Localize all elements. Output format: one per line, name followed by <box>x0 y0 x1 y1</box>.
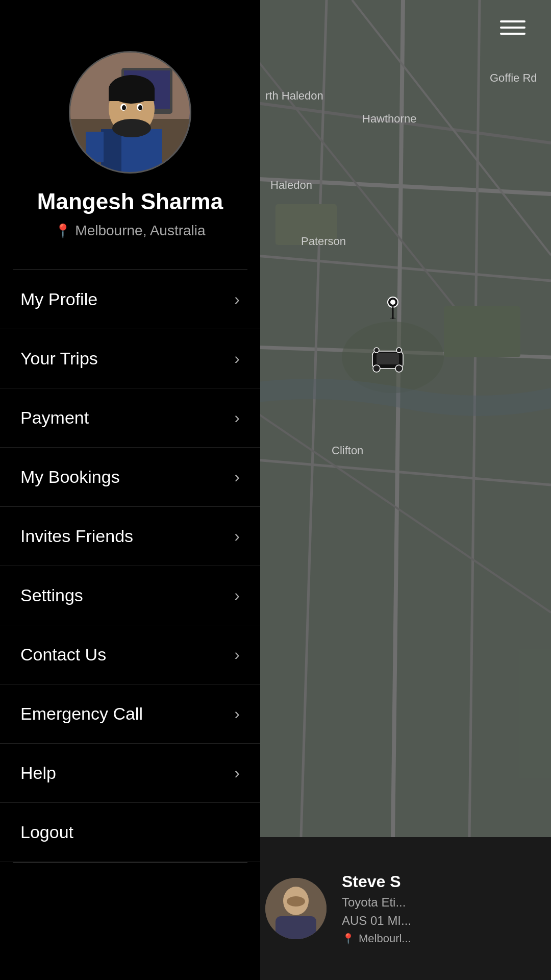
menu-label-your-trips: Your Trips <box>20 349 98 369</box>
driver-card: Steve S Toyota Eti... AUS 01 MI... 📍 Mel… <box>250 837 551 980</box>
svg-point-23 <box>374 348 379 353</box>
menu-item-emergency-call[interactable]: Emergency Call › <box>0 684 260 744</box>
location-pin-icon: 📍 <box>342 933 355 945</box>
svg-rect-34 <box>101 129 121 174</box>
user-avatar-image <box>70 53 190 172</box>
menu-item-contact-us[interactable]: Contact Us › <box>0 625 260 684</box>
map-label-paterson: Paterson <box>301 235 346 248</box>
menu-label-payment: Payment <box>20 408 89 428</box>
location-icon: 📍 <box>55 223 71 239</box>
hamburger-menu[interactable] <box>500 20 525 35</box>
svg-point-24 <box>396 348 402 353</box>
map-label-nth-haledon: rth Haledon <box>265 89 323 103</box>
map-label-clifton: Clifton <box>332 444 363 457</box>
sidebar-drawer: Mangesh Sharma 📍 Melbourne, Australia My… <box>0 0 260 980</box>
map-overlay <box>250 0 551 980</box>
user-avatar <box>69 51 191 174</box>
menu-label-settings: Settings <box>20 585 83 605</box>
menu-item-payment[interactable]: Payment › <box>0 388 260 448</box>
user-location: Melbourne, Australia <box>75 223 205 239</box>
svg-rect-37 <box>109 88 155 101</box>
user-location-row: 📍 Melbourne, Australia <box>55 223 205 239</box>
map-car-icon <box>367 347 408 373</box>
map-background: rth Haledon Hawthorne Haledon Paterson C… <box>250 0 551 980</box>
chevron-icon-invites-friends: › <box>234 527 240 546</box>
menu-label-my-bookings: My Bookings <box>20 467 120 487</box>
menu-item-your-trips[interactable]: Your Trips › <box>0 329 260 388</box>
chevron-icon-help: › <box>234 764 240 782</box>
menu-item-logout[interactable]: Logout <box>0 803 260 862</box>
driver-name: Steve S <box>342 872 536 891</box>
menu-label-contact-us: Contact Us <box>20 645 106 665</box>
map-label-goffie-rd: Goffie Rd <box>490 71 537 85</box>
menu-item-help[interactable]: Help › <box>0 744 260 803</box>
hamburger-line-3 <box>500 33 525 35</box>
hamburger-line-1 <box>500 20 525 22</box>
user-name: Mangesh Sharma <box>37 189 223 214</box>
menu-label-my-profile: My Profile <box>20 289 97 309</box>
chevron-icon-contact-us: › <box>234 645 240 664</box>
svg-rect-27 <box>276 916 316 939</box>
driver-avatar <box>265 878 327 939</box>
menu-item-invites-friends[interactable]: Invites Friends › <box>0 507 260 566</box>
chevron-icon-my-bookings: › <box>234 468 240 486</box>
chevron-icon-my-profile: › <box>234 290 240 309</box>
menu-label-logout: Logout <box>20 822 73 842</box>
svg-rect-20 <box>377 353 399 364</box>
map-location-pin <box>385 296 400 321</box>
chevron-icon-payment: › <box>234 408 240 427</box>
chevron-icon-your-trips: › <box>234 349 240 368</box>
svg-point-38 <box>112 119 151 137</box>
menu-item-my-bookings[interactable]: My Bookings › <box>0 448 260 507</box>
svg-point-28 <box>287 896 305 906</box>
chevron-icon-emergency-call: › <box>234 704 240 723</box>
driver-plate: AUS 01 MI... <box>342 914 536 928</box>
profile-section: Mangesh Sharma 📍 Melbourne, Australia <box>0 0 260 259</box>
driver-location: Melbourl... <box>359 932 411 945</box>
svg-point-42 <box>138 105 142 110</box>
menu-list: My Profile › Your Trips › Payment › My B… <box>0 270 260 980</box>
driver-info: Steve S Toyota Eti... AUS 01 MI... 📍 Mel… <box>342 872 536 945</box>
menu-label-emergency-call: Emergency Call <box>20 704 143 724</box>
svg-point-18 <box>390 317 396 319</box>
svg-point-16 <box>390 300 395 305</box>
svg-point-22 <box>395 365 403 372</box>
logout-divider <box>13 862 247 863</box>
map-label-hawthorne: Hawthorne <box>362 112 416 126</box>
menu-item-settings[interactable]: Settings › <box>0 566 260 625</box>
map-label-haledon: Haledon <box>270 179 312 192</box>
svg-rect-43 <box>86 132 104 162</box>
driver-location-row: 📍 Melbourl... <box>342 932 536 945</box>
driver-car: Toyota Eti... <box>342 895 536 910</box>
chevron-icon-settings: › <box>234 586 240 605</box>
hamburger-line-2 <box>500 27 525 29</box>
svg-point-41 <box>122 105 126 110</box>
menu-label-invites-friends: Invites Friends <box>20 526 133 546</box>
menu-label-help: Help <box>20 763 56 783</box>
svg-point-21 <box>373 365 380 372</box>
menu-item-my-profile[interactable]: My Profile › <box>0 270 260 329</box>
